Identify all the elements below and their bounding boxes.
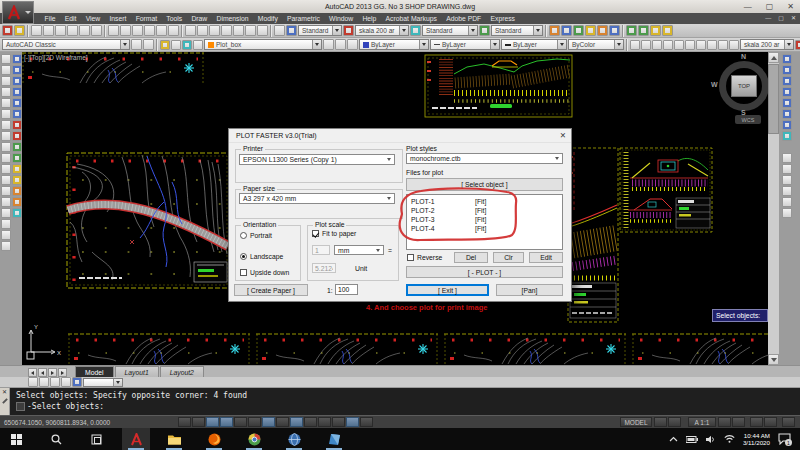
edit-button[interactable]: Edit: [529, 252, 563, 263]
zoom-previous-icon[interactable]: [221, 25, 232, 36]
viewcube-top-face[interactable]: TOP: [731, 75, 757, 97]
menu-view[interactable]: View: [81, 13, 105, 24]
menu-adobe-pdf[interactable]: Adobe PDF: [442, 13, 486, 24]
cut-icon[interactable]: [108, 25, 119, 36]
menu-modify[interactable]: Modify: [253, 13, 282, 24]
menu-parametric[interactable]: Parametric: [282, 13, 324, 24]
mleader-style-combo[interactable]: Standard: [491, 25, 543, 36]
portrait-radio[interactable]: [240, 232, 247, 239]
select-object-button[interactable]: [ Select object ]: [406, 178, 563, 191]
command-close-icon[interactable]: ✕: [0, 388, 9, 396]
offset-icon[interactable]: [12, 87, 22, 97]
chrome-icon[interactable]: [246, 431, 262, 447]
annotation-scale-button[interactable]: A 1:1: [688, 417, 716, 427]
wrench-icon[interactable]: [2, 398, 8, 404]
xline-icon[interactable]: [1, 65, 11, 75]
region-icon[interactable]: [1, 219, 11, 229]
dim-diameter-icon[interactable]: [685, 40, 695, 50]
dim-style-icon[interactable]: [343, 25, 354, 36]
pan-button[interactable]: [Pan]: [496, 284, 563, 296]
erase-icon[interactable]: [12, 54, 22, 64]
make-block-icon[interactable]: [1, 175, 11, 185]
quick-scale-combo[interactable]: [83, 378, 123, 387]
viewport-tool-icon[interactable]: [782, 175, 792, 185]
menu-help[interactable]: Help: [358, 13, 381, 24]
fit-to-paper-checkbox[interactable]: [312, 230, 319, 237]
text-style-icon[interactable]: [286, 25, 297, 36]
color-combo[interactable]: ByLayer: [359, 39, 429, 50]
layer-tool-icon[interactable]: [597, 25, 608, 36]
doc-close-icon[interactable]: ✕: [791, 13, 796, 24]
plot-list-item[interactable]: PLOT-2[Fit]: [407, 206, 562, 215]
array-icon[interactable]: [12, 98, 22, 108]
insert-block-icon[interactable]: [1, 164, 11, 174]
dim-ordinate-icon[interactable]: [663, 40, 673, 50]
help-icon[interactable]: [274, 25, 285, 36]
dim-aligned-icon[interactable]: [641, 40, 651, 50]
matchprop-icon[interactable]: [144, 25, 155, 36]
workspace-combo[interactable]: AutoCAD Classic: [2, 39, 130, 50]
dyn-toggle[interactable]: [304, 417, 317, 427]
viewcube-west[interactable]: W: [711, 81, 718, 88]
snap-toggle[interactable]: [192, 417, 205, 427]
viewport-tool-icon[interactable]: [782, 164, 792, 174]
draworder-icon[interactable]: [782, 87, 792, 97]
dialog-close-icon[interactable]: ✕: [560, 131, 566, 140]
ellipse-icon[interactable]: [1, 153, 11, 163]
lwt-toggle[interactable]: [318, 417, 331, 427]
table-style-combo[interactable]: Standard: [422, 25, 478, 36]
otrack-toggle[interactable]: [276, 417, 289, 427]
layer-tool-icon[interactable]: [609, 25, 620, 36]
landscape-radio[interactable]: [240, 253, 247, 260]
menu-insert[interactable]: Insert: [105, 13, 131, 24]
menu-file[interactable]: File: [40, 13, 60, 24]
redo-icon[interactable]: [168, 25, 179, 36]
viewport-label[interactable]: [-][Top][2D Wireframe]: [24, 54, 88, 61]
taskbar-clock[interactable]: 10:44 AM 3/11/2020: [743, 432, 770, 447]
draworder-icon[interactable]: [782, 98, 792, 108]
fillet-icon[interactable]: [12, 197, 22, 207]
quickview-layouts-icon[interactable]: [654, 417, 667, 427]
grid-toggle[interactable]: [206, 417, 219, 427]
scale-unit-combo[interactable]: mm: [334, 245, 384, 255]
globe-app-icon[interactable]: [286, 431, 302, 447]
viewport-tool-icon[interactable]: [782, 186, 792, 196]
spline-icon[interactable]: [1, 142, 11, 152]
annotation-visibility-icon[interactable]: [718, 417, 731, 427]
copy-icon[interactable]: [120, 25, 131, 36]
designcenter-icon[interactable]: [245, 25, 256, 36]
menu-format[interactable]: Format: [131, 13, 162, 24]
viewport-tool-icon[interactable]: [782, 197, 792, 207]
battery-icon[interactable]: [686, 436, 698, 443]
custom-icon[interactable]: [2, 25, 13, 36]
point-icon[interactable]: [1, 186, 11, 196]
sc-toggle[interactable]: [360, 417, 373, 427]
layer-tool-icon[interactable]: [573, 25, 584, 36]
osnap-toggle[interactable]: [248, 417, 261, 427]
lineweight-combo[interactable]: ByLayer: [501, 39, 567, 50]
draworder-icon[interactable]: [782, 131, 792, 141]
qp-toggle[interactable]: [346, 417, 359, 427]
3dosnap-toggle[interactable]: [262, 417, 275, 427]
create-paper-button[interactable]: [ Create Paper ]: [234, 284, 308, 296]
search-icon[interactable]: [48, 431, 64, 447]
exit-button[interactable]: [ Exit ]: [406, 284, 489, 296]
dim-continue-icon[interactable]: [729, 40, 739, 50]
reverse-checkbox[interactable]: [407, 254, 414, 261]
extend-icon[interactable]: [12, 164, 22, 174]
stretch-icon[interactable]: [12, 142, 22, 152]
revcloud-icon[interactable]: [1, 131, 11, 141]
arc-icon[interactable]: [1, 109, 11, 119]
dim-quick-icon[interactable]: [707, 40, 717, 50]
menu-acrobat-markups[interactable]: Acrobat Markups: [381, 13, 442, 24]
viewport-tool-icon[interactable]: [782, 208, 792, 218]
export-quick-icon[interactable]: [61, 377, 71, 387]
task-view-icon[interactable]: [88, 431, 104, 447]
tpy-toggle[interactable]: [332, 417, 345, 427]
draworder-icon[interactable]: [782, 54, 792, 64]
rotate-icon[interactable]: [12, 120, 22, 130]
trim-icon[interactable]: [12, 153, 22, 163]
circle-icon[interactable]: [1, 120, 11, 130]
doc-minimize-icon[interactable]: —: [765, 13, 771, 24]
menu-express[interactable]: Express: [486, 13, 520, 24]
